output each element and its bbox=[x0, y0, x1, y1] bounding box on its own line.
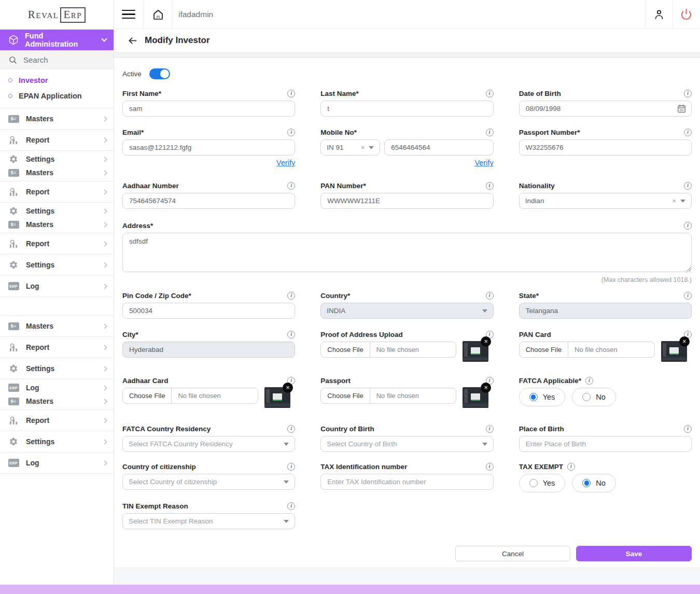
info-icon[interactable] bbox=[486, 129, 494, 136]
info-icon[interactable] bbox=[287, 90, 295, 97]
nationality-label: Nationality bbox=[519, 182, 555, 190]
sidebar-item-settings[interactable]: Settings bbox=[0, 358, 114, 379]
sidebar-item-masters[interactable]: Masters bbox=[0, 108, 114, 130]
country-code-select[interactable]: IN 91 bbox=[320, 139, 380, 155]
sidebar-item-masters[interactable]: Masters bbox=[0, 316, 114, 337]
info-icon[interactable] bbox=[287, 129, 295, 136]
save-button[interactable]: Save bbox=[576, 546, 692, 561]
sidebar-item-masters[interactable]: Masters bbox=[0, 218, 114, 231]
info-icon[interactable] bbox=[287, 425, 295, 433]
tin-exempt-reason-select[interactable]: Select TIN Exempt Reason bbox=[122, 513, 295, 529]
info-icon[interactable] bbox=[567, 463, 575, 471]
cancel-button[interactable]: Cancel bbox=[455, 546, 570, 561]
sidebar-item-epan-application[interactable]: EPAN Application bbox=[0, 88, 114, 104]
info-icon[interactable] bbox=[287, 502, 295, 510]
menu-toggle-button[interactable] bbox=[114, 0, 144, 29]
info-icon[interactable] bbox=[684, 292, 692, 300]
active-toggle[interactable] bbox=[149, 68, 170, 79]
sidebar-item-log[interactable]: ERPLog bbox=[0, 452, 114, 474]
profile-button[interactable] bbox=[645, 0, 672, 29]
sidebar-item-settings[interactable]: Settings bbox=[0, 152, 114, 166]
back-arrow-icon[interactable] bbox=[127, 35, 138, 46]
settings-icon bbox=[8, 364, 19, 373]
mobile-number-input[interactable] bbox=[384, 139, 493, 155]
place-of-birth-label: Place of Birth bbox=[519, 425, 564, 433]
info-icon[interactable] bbox=[585, 377, 593, 385]
passport-file-input[interactable]: Choose File No file chosen bbox=[320, 388, 456, 404]
info-icon[interactable] bbox=[287, 182, 295, 190]
dob-input[interactable] bbox=[519, 101, 692, 117]
sidebar-item-log[interactable]: ERPLog bbox=[0, 381, 114, 394]
info-icon[interactable] bbox=[684, 222, 692, 230]
field-country: Country* INDIA bbox=[320, 291, 493, 319]
proof-of-address-thumbnail[interactable] bbox=[463, 341, 488, 362]
nationality-select[interactable]: Indian bbox=[519, 193, 692, 209]
logout-button[interactable] bbox=[672, 0, 700, 29]
citizenship-select[interactable]: Select Country of citizenship bbox=[122, 474, 295, 490]
settings-icon bbox=[8, 437, 19, 446]
aadhaar-card-file-input[interactable]: Choose File No file chosen bbox=[122, 388, 258, 404]
sidebar-item-report[interactable]: Report bbox=[0, 181, 114, 203]
module-selector[interactable]: Fund Administration bbox=[0, 30, 114, 50]
info-icon[interactable] bbox=[486, 425, 494, 433]
sidebar-item-report[interactable]: Report bbox=[0, 337, 114, 358]
remove-file-icon[interactable] bbox=[481, 336, 491, 347]
sidebar-item-report[interactable]: Report bbox=[0, 130, 114, 151]
passport-thumbnail[interactable] bbox=[463, 387, 488, 408]
tax-id-input[interactable] bbox=[320, 474, 493, 490]
sidebar-item-report[interactable]: Report bbox=[0, 410, 114, 431]
last-name-input[interactable] bbox=[320, 101, 493, 117]
sidebar-item-masters[interactable]: Masters bbox=[0, 166, 114, 179]
sidebar-item-investor[interactable]: Investor bbox=[0, 73, 114, 88]
calendar-icon[interactable] bbox=[677, 104, 687, 114]
mobile-verify-link[interactable]: Verify bbox=[474, 159, 493, 169]
tax-exempt-yes-radio[interactable]: Yes bbox=[519, 474, 566, 492]
country-of-birth-select[interactable]: Select Country of Birth bbox=[320, 436, 493, 452]
search-input[interactable] bbox=[23, 55, 96, 64]
sidebar-item-settings-masters: Settings Masters bbox=[0, 203, 114, 233]
info-icon[interactable] bbox=[684, 129, 692, 136]
pan-number-input[interactable] bbox=[320, 193, 493, 209]
pan-card-file-input[interactable]: Choose File No file chosen bbox=[519, 342, 655, 358]
info-icon[interactable] bbox=[287, 292, 295, 300]
remove-file-icon[interactable] bbox=[283, 383, 293, 393]
first-name-input[interactable] bbox=[122, 101, 295, 117]
clear-icon[interactable] bbox=[361, 144, 365, 151]
sidebar-item-log[interactable]: ERPLog bbox=[0, 276, 114, 297]
sidebar-item-report[interactable]: Report bbox=[0, 233, 114, 254]
passport-number-input[interactable] bbox=[519, 139, 692, 155]
place-of-birth-input[interactable] bbox=[519, 436, 692, 452]
info-icon[interactable] bbox=[684, 425, 692, 433]
fatca-yes-radio[interactable]: Yes bbox=[519, 388, 566, 406]
sidebar-item-masters[interactable]: Masters bbox=[0, 394, 114, 408]
clear-icon[interactable] bbox=[672, 197, 676, 205]
info-icon[interactable] bbox=[486, 292, 494, 300]
logo-text-reval: Reval bbox=[28, 8, 59, 21]
info-icon[interactable] bbox=[287, 463, 295, 471]
info-icon[interactable] bbox=[684, 90, 692, 97]
email-input[interactable] bbox=[122, 139, 295, 155]
info-icon[interactable] bbox=[287, 331, 295, 338]
aadhaar-card-thumbnail[interactable] bbox=[264, 387, 290, 408]
sidebar-item-settings[interactable]: Settings bbox=[0, 204, 114, 218]
info-icon[interactable] bbox=[684, 182, 692, 190]
tax-exempt-no-radio[interactable]: No bbox=[572, 474, 616, 492]
sidebar-item-settings[interactable]: Settings bbox=[0, 254, 114, 276]
sidebar-menu: Masters Report Settings Masters Report S… bbox=[0, 108, 114, 474]
field-first-name: First Name* bbox=[122, 89, 295, 117]
fatca-no-radio[interactable]: No bbox=[572, 388, 616, 406]
info-icon[interactable] bbox=[486, 463, 494, 471]
home-button[interactable] bbox=[144, 0, 173, 29]
address-textarea[interactable]: sdfsdf bbox=[122, 233, 692, 272]
proof-of-address-file-input[interactable]: Choose File No file chosen bbox=[320, 342, 456, 358]
info-icon[interactable] bbox=[486, 90, 494, 97]
sidebar-item-settings[interactable]: Settings bbox=[0, 431, 114, 452]
remove-file-icon[interactable] bbox=[679, 336, 690, 347]
pin-code-input[interactable] bbox=[122, 303, 295, 319]
pan-card-thumbnail[interactable] bbox=[661, 341, 687, 362]
remove-file-icon[interactable] bbox=[481, 383, 491, 393]
aadhaar-number-input[interactable] bbox=[122, 193, 295, 209]
fatca-country-select[interactable]: Select FATCA Country Residency bbox=[122, 436, 295, 452]
email-verify-link[interactable]: Verify bbox=[276, 159, 295, 169]
info-icon[interactable] bbox=[486, 182, 494, 190]
